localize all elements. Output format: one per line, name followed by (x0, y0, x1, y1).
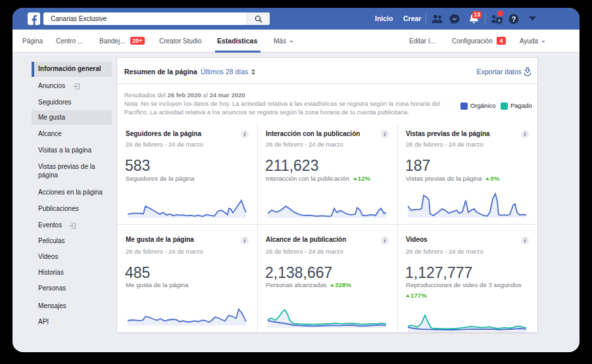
svg-text:?: ? (512, 14, 516, 22)
